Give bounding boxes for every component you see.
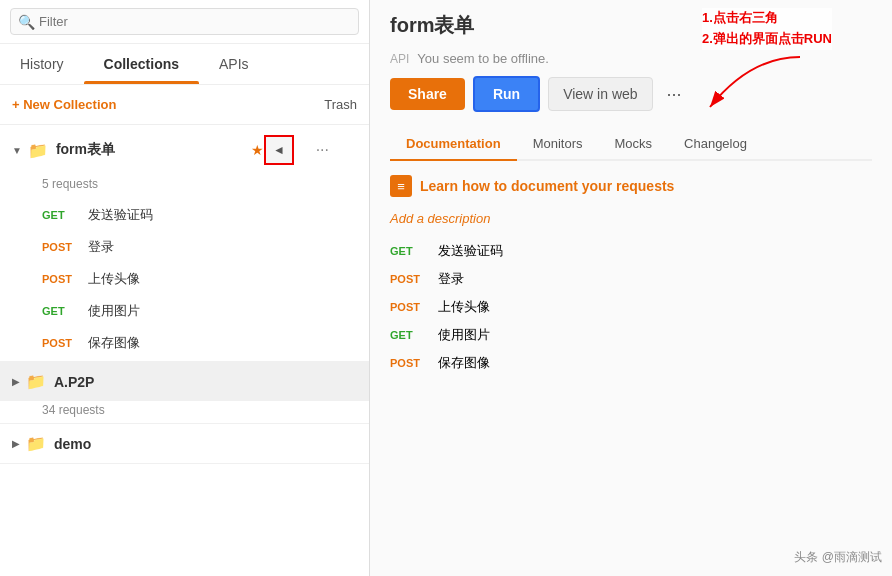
list-item[interactable]: POST 保存图像 xyxy=(0,327,369,359)
list-item[interactable]: GET 发送验证码 xyxy=(390,242,872,260)
list-item[interactable]: POST 保存图像 xyxy=(390,354,872,372)
run-button[interactable]: Run xyxy=(473,76,540,112)
view-in-web-button[interactable]: View in web xyxy=(548,77,652,111)
main-content: form表单 1.点击右三角 2.弹出的界面点击RUN API You seem… xyxy=(370,0,892,576)
request-name: 发送验证码 xyxy=(88,206,153,224)
method-badge-post: POST xyxy=(42,241,78,253)
request-name: 保存图像 xyxy=(438,354,490,372)
chevron-right-icon: ▶ xyxy=(12,438,20,449)
search-icon: 🔍 xyxy=(18,14,35,30)
collection-more-button[interactable]: ··· xyxy=(316,141,329,159)
chevron-down-icon: ▼ xyxy=(12,145,22,156)
collection-demo-name: demo xyxy=(54,436,357,452)
page-title: form表单 xyxy=(390,12,474,39)
collection-ap2p-header[interactable]: ▶ 📁 A.P2P xyxy=(0,362,369,401)
request-doc-list: GET 发送验证码 POST 登录 POST 上传头像 GET 使用图片 POS… xyxy=(390,242,872,372)
collapse-arrow-button[interactable]: ◄ xyxy=(264,135,294,165)
sidebar-tabs: History Collections APIs xyxy=(0,44,369,85)
method-badge-get: GET xyxy=(42,305,78,317)
action-buttons: Share Run View in web ··· xyxy=(390,76,872,112)
collection-demo: ▶ 📁 demo xyxy=(0,424,369,464)
annotation-text-line1: 1.点击右三角 xyxy=(702,8,832,29)
learn-link-text: Learn how to document your requests xyxy=(420,178,674,194)
method-badge-post: POST xyxy=(42,273,78,285)
tab-apis[interactable]: APIs xyxy=(199,44,269,84)
api-label: API xyxy=(390,52,409,66)
collections-list: ▼ 📁 form表单 ★ ··· ◄ 5 requests GET 发送验证码 … xyxy=(0,125,369,576)
tab-history[interactable]: History xyxy=(0,44,84,84)
method-badge-post: POST xyxy=(390,357,426,369)
tab-collections[interactable]: Collections xyxy=(84,44,199,84)
annotation-box: 1.点击右三角 2.弹出的界面点击RUN xyxy=(702,8,832,50)
list-item[interactable]: POST 上传头像 xyxy=(0,263,369,295)
star-icon: ★ xyxy=(251,142,264,158)
folder-icon: 📁 xyxy=(26,372,46,391)
collection-form-meta: 5 requests xyxy=(0,175,369,197)
list-item[interactable]: GET 使用图片 xyxy=(0,295,369,327)
method-badge-post: POST xyxy=(42,337,78,349)
collection-ap2p-meta: 34 requests xyxy=(0,401,369,423)
trash-button[interactable]: Trash xyxy=(324,97,357,112)
collection-form: ▼ 📁 form表单 ★ ··· ◄ 5 requests GET 发送验证码 … xyxy=(0,125,369,362)
annotation-text-line2: 2.弹出的界面点击RUN xyxy=(702,29,832,50)
chevron-right-icon: ▶ xyxy=(12,376,20,387)
tab-changelog[interactable]: Changelog xyxy=(668,128,763,161)
request-name: 登录 xyxy=(438,270,464,288)
collection-ap2p: ▶ 📁 A.P2P 34 requests xyxy=(0,362,369,424)
request-name: 使用图片 xyxy=(88,302,140,320)
sidebar-actions: + New Collection Trash xyxy=(0,85,369,125)
request-name: 保存图像 xyxy=(88,334,140,352)
list-item[interactable]: POST 上传头像 xyxy=(390,298,872,316)
learn-link[interactable]: ≡ Learn how to document your requests xyxy=(390,175,872,197)
method-badge-get: GET xyxy=(42,209,78,221)
collection-ap2p-name: A.P2P xyxy=(54,374,357,390)
request-list-form: GET 发送验证码 POST 登录 POST 上传头像 GET 使用图片 POS… xyxy=(0,197,369,361)
list-item[interactable]: POST 登录 xyxy=(0,231,369,263)
doc-tabs: Documentation Monitors Mocks Changelog xyxy=(390,128,872,161)
offline-bar: API You seem to be offline. xyxy=(390,49,872,66)
search-input[interactable] xyxy=(10,8,359,35)
method-badge-get: GET xyxy=(390,329,426,341)
request-name: 使用图片 xyxy=(438,326,490,344)
add-description[interactable]: Add a description xyxy=(390,211,872,226)
share-button[interactable]: Share xyxy=(390,78,465,110)
watermark: 头条 @雨滴测试 xyxy=(794,549,882,566)
tab-documentation[interactable]: Documentation xyxy=(390,128,517,161)
method-badge-post: POST xyxy=(390,301,426,313)
folder-icon: 📁 xyxy=(28,141,48,160)
method-badge-post: POST xyxy=(390,273,426,285)
more-button[interactable]: ··· xyxy=(661,80,688,109)
learn-icon: ≡ xyxy=(390,175,412,197)
list-item[interactable]: GET 使用图片 xyxy=(390,326,872,344)
list-item[interactable]: POST 登录 xyxy=(390,270,872,288)
offline-message: You seem to be offline. xyxy=(417,51,549,66)
sidebar: 🔍 History Collections APIs + New Collect… xyxy=(0,0,370,576)
collection-form-name: form表单 xyxy=(56,141,245,159)
tab-mocks[interactable]: Mocks xyxy=(598,128,668,161)
request-name: 上传头像 xyxy=(438,298,490,316)
request-name: 登录 xyxy=(88,238,114,256)
request-name: 上传头像 xyxy=(88,270,140,288)
tab-monitors[interactable]: Monitors xyxy=(517,128,599,161)
list-item[interactable]: GET 发送验证码 xyxy=(0,199,369,231)
request-name: 发送验证码 xyxy=(438,242,503,260)
new-collection-button[interactable]: + New Collection xyxy=(12,93,116,116)
search-bar: 🔍 xyxy=(0,0,369,44)
collection-form-header[interactable]: ▼ 📁 form表单 ★ ··· ◄ xyxy=(0,125,369,175)
folder-icon: 📁 xyxy=(26,434,46,453)
collection-demo-header[interactable]: ▶ 📁 demo xyxy=(0,424,369,463)
method-badge-get: GET xyxy=(390,245,426,257)
